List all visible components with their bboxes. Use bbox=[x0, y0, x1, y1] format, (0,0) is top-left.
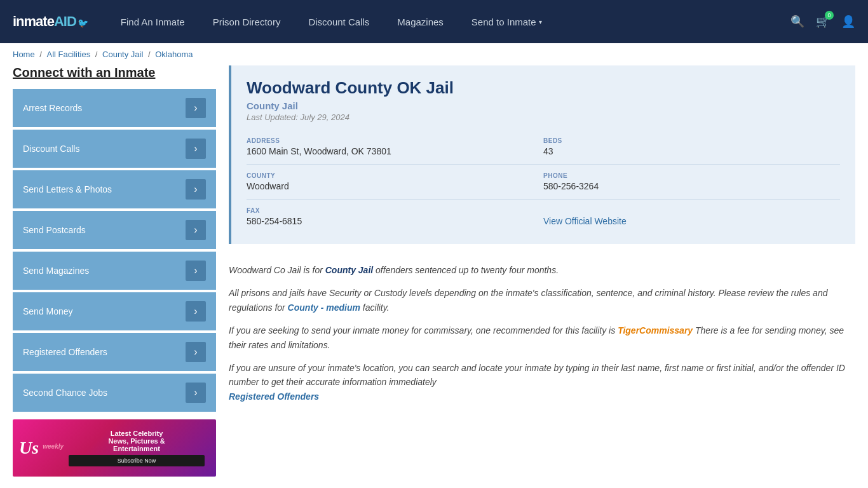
facility-updated: Last Updated: July 29, 2024 bbox=[247, 112, 840, 122]
beds-value: 43 bbox=[543, 146, 840, 156]
main-nav: Find An Inmate Prison Directory Discount… bbox=[107, 0, 790, 43]
phone-label: PHONE bbox=[543, 172, 840, 179]
logo[interactable]: inmateAID🐦 bbox=[13, 13, 88, 30]
sidebar-second-chance-jobs[interactable]: Second Chance Jobs › bbox=[13, 374, 216, 412]
user-icon[interactable]: 👤 bbox=[841, 15, 855, 29]
address-label: ADDRESS bbox=[247, 137, 543, 144]
nav-discount-calls[interactable]: Discount Calls bbox=[294, 0, 383, 43]
beds-label: BEDS bbox=[543, 137, 840, 144]
ad-text: Latest Celebrity News, Pictures & Entert… bbox=[64, 430, 210, 466]
cart-badge: 0 bbox=[825, 11, 834, 20]
chevron-down-icon: ▾ bbox=[539, 18, 542, 25]
ad-logo: Us weekly bbox=[19, 438, 64, 458]
main-layout: Connect with an Inmate Arrest Records › … bbox=[0, 65, 868, 488]
county-medium-link[interactable]: County - medium bbox=[288, 302, 360, 313]
fax-value: 580-254-6815 bbox=[247, 216, 543, 226]
registered-offenders-link[interactable]: Registered Offenders bbox=[229, 391, 319, 402]
description-para-2: All prisons and jails have Security or C… bbox=[229, 286, 855, 315]
breadcrumb-county-jail[interactable]: County Jail bbox=[102, 50, 143, 59]
chevron-right-icon: › bbox=[186, 301, 206, 322]
breadcrumb: Home / All Facilities / County Jail / Ok… bbox=[0, 43, 868, 65]
ad-subscribe-button[interactable]: Subscribe Now bbox=[69, 455, 205, 466]
address-cell: ADDRESS 1600 Main St, Woodward, OK 73801 bbox=[247, 132, 543, 161]
county-cell: COUNTY Woodward bbox=[247, 167, 543, 196]
facility-title: Woodward County OK Jail bbox=[247, 78, 840, 98]
breadcrumb-home[interactable]: Home bbox=[13, 50, 35, 59]
phone-cell: PHONE 580-256-3264 bbox=[543, 167, 840, 196]
divider bbox=[247, 164, 840, 165]
description-para-1: Woodward Co Jail is for County Jail offe… bbox=[229, 263, 855, 277]
phone-value: 580-256-3264 bbox=[543, 181, 840, 191]
sidebar-advertisement[interactable]: Us weekly Latest Celebrity News, Picture… bbox=[13, 419, 216, 477]
divider bbox=[247, 199, 840, 200]
tiger-commissary-link[interactable]: TigerCommissary bbox=[618, 325, 693, 336]
breadcrumb-oklahoma[interactable]: Oklahoma bbox=[155, 50, 193, 59]
nav-find-inmate[interactable]: Find An Inmate bbox=[107, 0, 199, 43]
nav-prison-directory[interactable]: Prison Directory bbox=[199, 0, 295, 43]
sidebar-send-money[interactable]: Send Money › bbox=[13, 292, 216, 330]
nav-send-to-inmate[interactable]: Send to Inmate ▾ bbox=[458, 0, 556, 43]
sidebar-registered-offenders[interactable]: Registered Offenders › bbox=[13, 333, 216, 371]
view-official-website-link[interactable]: View Official Website bbox=[543, 216, 627, 226]
county-label: COUNTY bbox=[247, 172, 543, 179]
main-content: Woodward County OK Jail County Jail Last… bbox=[229, 65, 855, 477]
website-cell: View Official Website bbox=[543, 202, 840, 231]
chevron-right-icon: › bbox=[186, 383, 206, 403]
facility-subtitle: County Jail bbox=[247, 100, 840, 111]
chevron-right-icon: › bbox=[186, 220, 206, 240]
description-para-4: If you are unsure of your inmate's locat… bbox=[229, 361, 855, 403]
sidebar-send-postcards[interactable]: Send Postcards › bbox=[13, 211, 216, 249]
sidebar-arrest-records[interactable]: Arrest Records › bbox=[13, 89, 216, 127]
beds-cell: BEDS 43 bbox=[543, 132, 840, 161]
facility-description: Woodward Co Jail is for County Jail offe… bbox=[229, 257, 855, 419]
chevron-right-icon: › bbox=[186, 179, 206, 200]
sidebar-send-magazines[interactable]: Send Magazines › bbox=[13, 252, 216, 290]
sidebar-discount-calls[interactable]: Discount Calls › bbox=[13, 130, 216, 168]
chevron-right-icon: › bbox=[186, 342, 206, 362]
address-value: 1600 Main St, Woodward, OK 73801 bbox=[247, 146, 543, 156]
description-para-3: If you are seeking to send your inmate m… bbox=[229, 323, 855, 352]
chevron-right-icon: › bbox=[186, 139, 206, 159]
county-jail-bold: County Jail bbox=[325, 265, 373, 275]
chevron-right-icon: › bbox=[186, 261, 206, 281]
sidebar-send-letters[interactable]: Send Letters & Photos › bbox=[13, 170, 216, 208]
facility-card: Woodward County OK Jail County Jail Last… bbox=[229, 65, 855, 244]
header-icons: 🔍 🛒 0 👤 bbox=[790, 15, 855, 29]
fax-label: FAX bbox=[247, 207, 543, 214]
nav-magazines[interactable]: Magazines bbox=[383, 0, 458, 43]
facility-info-grid: ADDRESS 1600 Main St, Woodward, OK 73801… bbox=[247, 132, 840, 231]
search-icon[interactable]: 🔍 bbox=[790, 15, 804, 29]
fax-cell: FAX 580-254-6815 bbox=[247, 202, 543, 231]
cart-icon[interactable]: 🛒 0 bbox=[816, 15, 830, 29]
breadcrumb-all-facilities[interactable]: All Facilities bbox=[47, 50, 91, 59]
site-header: inmateAID🐦 Find An Inmate Prison Directo… bbox=[0, 0, 868, 43]
chevron-right-icon: › bbox=[186, 98, 206, 118]
county-value: Woodward bbox=[247, 181, 543, 191]
sidebar-title: Connect with an Inmate bbox=[13, 65, 216, 80]
sidebar: Connect with an Inmate Arrest Records › … bbox=[13, 65, 216, 477]
